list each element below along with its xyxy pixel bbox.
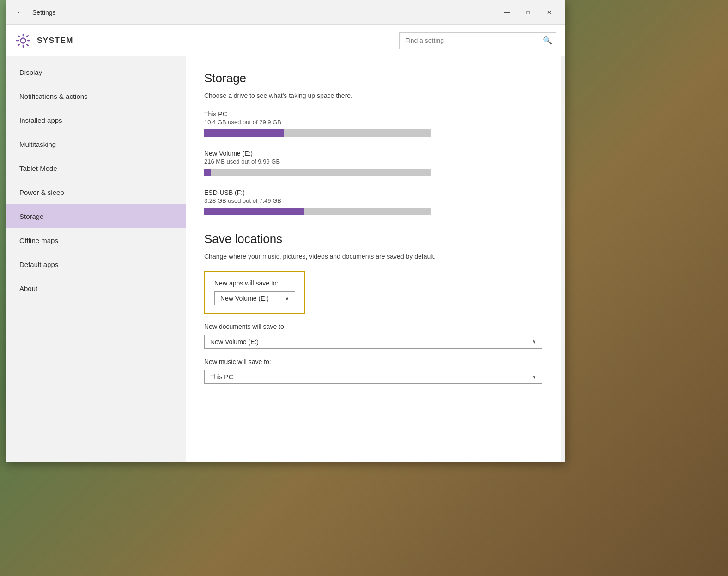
save-locations-title: Save locations: [204, 232, 542, 246]
drive-progress-this-pc: [204, 129, 431, 137]
sidebar-item-offline-maps[interactable]: Offline maps: [6, 228, 186, 252]
chevron-down-icon-docs: ∨: [532, 339, 536, 345]
storage-title: Storage: [204, 71, 542, 85]
system-gear-icon: [16, 33, 30, 48]
save-location-documents-dropdown[interactable]: New Volume (E:) ∨: [204, 335, 542, 349]
drive-progress-new-volume: [204, 169, 431, 176]
drive-this-pc[interactable]: This PC 10.4 GB used out of 29.9 GB: [204, 110, 542, 137]
drive-new-volume[interactable]: New Volume (E:) 216 MB used out of 9.99 …: [204, 150, 542, 176]
save-location-documents-row: New documents will save to: New Volume (…: [204, 323, 542, 349]
window-title: Settings: [29, 9, 496, 16]
content-panel: Storage Choose a drive to see what's tak…: [186, 56, 561, 462]
system-header: SYSTEM 🔍: [6, 25, 565, 56]
drive-name-esd-usb: ESD-USB (F:): [204, 189, 542, 196]
drive-usage-this-pc: 10.4 GB used out of 29.9 GB: [204, 119, 542, 126]
save-location-apps-card: New apps will save to: New Volume (E:) ∨: [204, 271, 305, 314]
sidebar-item-default-apps[interactable]: Default apps: [6, 252, 186, 276]
save-location-music-row: New music will save to: This PC ∨: [204, 358, 542, 384]
close-button[interactable]: ✕: [539, 4, 560, 21]
sidebar-item-multitasking[interactable]: Multitasking: [6, 132, 186, 156]
save-location-documents-label: New documents will save to:: [204, 323, 542, 330]
maximize-button[interactable]: □: [517, 4, 539, 21]
save-location-apps-value: New Volume (E:): [220, 295, 269, 302]
window-controls: — □ ✕: [496, 4, 560, 21]
save-locations-desc: Change where your music, pictures, video…: [204, 253, 542, 260]
drive-fill-esd-usb: [204, 208, 304, 215]
settings-window: ← Settings — □ ✕ SYSTEM 🔍 Display: [6, 0, 565, 462]
drive-name-this-pc: This PC: [204, 110, 542, 118]
save-location-music-value: This PC: [210, 373, 233, 381]
drive-name-new-volume: New Volume (E:): [204, 150, 542, 157]
save-location-documents-value: New Volume (E:): [210, 338, 259, 346]
sidebar-item-about[interactable]: About: [6, 276, 186, 300]
save-location-apps-dropdown[interactable]: New Volume (E:) ∨: [214, 291, 295, 305]
sidebar-item-installed-apps[interactable]: Installed apps: [6, 108, 186, 132]
search-input[interactable]: [400, 37, 539, 44]
chevron-down-icon: ∨: [285, 295, 289, 302]
search-icon[interactable]: 🔍: [539, 32, 556, 49]
sidebar: Display Notifications & actions Installe…: [6, 56, 186, 462]
scrollbar[interactable]: [561, 56, 565, 462]
sidebar-item-power-sleep[interactable]: Power & sleep: [6, 180, 186, 204]
title-bar: ← Settings — □ ✕: [6, 0, 565, 25]
drive-fill-new-volume: [204, 169, 211, 176]
drive-progress-esd-usb: [204, 208, 431, 215]
save-location-music-label: New music will save to:: [204, 358, 542, 365]
sidebar-item-storage[interactable]: Storage: [6, 204, 186, 228]
search-box: 🔍: [399, 32, 556, 49]
storage-desc: Choose a drive to see what's taking up s…: [204, 92, 542, 99]
system-title: SYSTEM: [37, 36, 399, 45]
back-button[interactable]: ←: [12, 4, 29, 21]
drive-esd-usb[interactable]: ESD-USB (F:) 3.28 GB used out of 7.49 GB: [204, 189, 542, 215]
sidebar-item-tablet-mode[interactable]: Tablet Mode: [6, 156, 186, 180]
sidebar-item-notifications[interactable]: Notifications & actions: [6, 84, 186, 108]
chevron-down-icon-music: ∨: [532, 374, 536, 380]
svg-point-0: [21, 38, 26, 43]
main-area: Display Notifications & actions Installe…: [6, 56, 565, 462]
drive-fill-this-pc: [204, 129, 284, 137]
drive-usage-new-volume: 216 MB used out of 9.99 GB: [204, 158, 542, 165]
save-location-apps-label: New apps will save to:: [214, 279, 295, 287]
save-location-music-dropdown[interactable]: This PC ∨: [204, 370, 542, 384]
minimize-button[interactable]: —: [496, 4, 517, 21]
drive-usage-esd-usb: 3.28 GB used out of 7.49 GB: [204, 197, 542, 204]
sidebar-item-display[interactable]: Display: [6, 60, 186, 84]
